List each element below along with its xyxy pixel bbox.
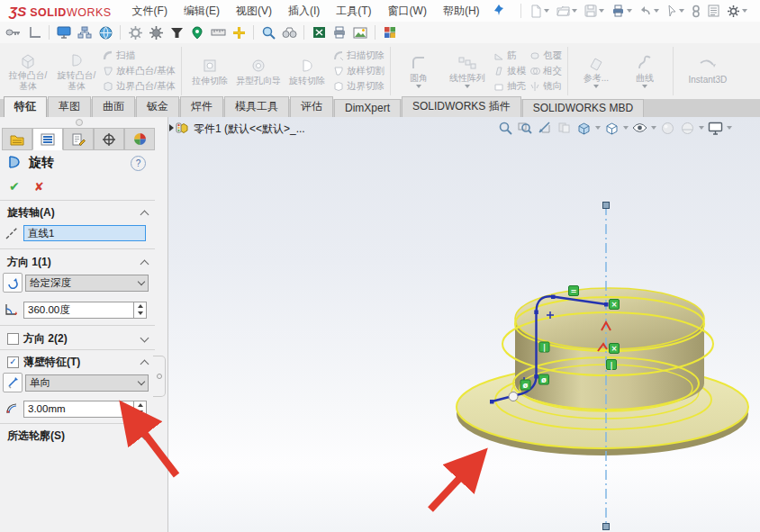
move-cross-icon[interactable]	[231, 24, 247, 41]
undo-icon[interactable]	[637, 5, 662, 18]
tab-dimxpert[interactable]: DimXpert	[334, 99, 401, 117]
reference-geometry-button[interactable]: 参考...	[574, 54, 619, 88]
open-icon[interactable]	[554, 4, 580, 18]
ok-button[interactable]: ✔	[9, 179, 20, 194]
export-excel-icon[interactable]	[311, 24, 327, 41]
dropdown-arrow[interactable]	[642, 85, 647, 88]
expand-icon[interactable]	[140, 333, 149, 342]
extruded-cut-button[interactable]: 拉伸切除	[187, 57, 232, 86]
windows-tile-icon[interactable]	[382, 24, 398, 41]
web-globe-icon[interactable]	[97, 24, 113, 41]
shell-button[interactable]: 抽壳	[493, 80, 526, 93]
extruded-boss-button[interactable]: 拉伸凸台/基体	[5, 51, 50, 91]
lofted-cut-button[interactable]: 放样切割	[333, 65, 385, 77]
revolved-boss-button[interactable]: 旋转凸台/基体	[54, 51, 99, 91]
tab-sw-mbd[interactable]: SOLIDWORKS MBD	[522, 99, 644, 117]
thin-type-dropdown[interactable]: 单向	[25, 374, 149, 392]
tab-mold-tools[interactable]: 模具工具	[224, 96, 289, 117]
axis-handle-bottom[interactable]	[603, 524, 610, 530]
intersect-button[interactable]: 相交	[529, 65, 562, 77]
options-gear-icon[interactable]	[724, 4, 750, 19]
graphics-viewport[interactable]: 零件1 (默认<<默认>_...	[168, 117, 760, 532]
model-canvas[interactable]: = × × | | ø ø	[168, 117, 760, 532]
pin-menu-icon[interactable]	[493, 4, 504, 19]
measure-ruler-icon[interactable]	[210, 24, 226, 41]
selected-contours-section-header[interactable]: 所选轮廓(S)	[0, 428, 155, 444]
wrap-button[interactable]: 包覆	[529, 50, 562, 62]
lofted-boss-button[interactable]: 放样凸台/基体	[103, 65, 176, 77]
panel-scroll-strip[interactable]	[155, 117, 168, 532]
image-capture-icon[interactable]	[352, 24, 368, 41]
spinner-buttons[interactable]	[133, 401, 146, 417]
menu-help[interactable]: 帮助(H)	[435, 4, 488, 19]
reverse-direction-icon[interactable]	[3, 273, 23, 293]
file-properties-icon[interactable]	[705, 4, 722, 18]
thickness-value[interactable]: 3.00mm	[24, 401, 133, 417]
dropdown-arrow[interactable]	[593, 85, 599, 88]
menu-view[interactable]: 视图(V)	[228, 4, 280, 19]
spinner-buttons[interactable]	[133, 302, 146, 318]
tab-sw-addins[interactable]: SOLIDWORKS 插件	[402, 96, 521, 117]
advanced-gear-icon[interactable]	[148, 24, 164, 41]
save-icon[interactable]	[582, 4, 607, 18]
configurationmanager-tab[interactable]	[63, 128, 94, 150]
angle-spinner[interactable]: 360.00度	[23, 302, 147, 319]
tab-evaluate[interactable]: 评估	[290, 96, 333, 117]
direction2-checkbox[interactable]	[7, 333, 19, 345]
zoom-magnifier-icon[interactable]	[260, 24, 276, 41]
axis-selection-field[interactable]: 直线1	[23, 225, 146, 241]
tab-features[interactable]: 特征	[4, 96, 47, 117]
expand-icon[interactable]	[140, 430, 149, 439]
panel-resize-handle[interactable]	[76, 119, 83, 126]
propertymanager-tab[interactable]	[32, 128, 63, 150]
direction2-section-header[interactable]: 方向 2(2)	[0, 330, 155, 347]
search-binoculars-icon[interactable]	[281, 24, 297, 41]
menu-insert[interactable]: 插入(I)	[280, 4, 328, 19]
dropdown-arrow[interactable]	[416, 85, 421, 88]
tab-surfaces[interactable]: 曲面	[92, 96, 135, 117]
boundary-boss-button[interactable]: 边界凸台/基体	[103, 80, 176, 93]
menu-edit[interactable]: 编辑(E)	[176, 4, 228, 19]
curves-button[interactable]: 曲线	[622, 54, 667, 88]
model-crown[interactable]	[502, 288, 713, 411]
filter-funnel-icon[interactable]	[168, 24, 185, 41]
tab-sketch[interactable]: 草图	[48, 96, 91, 117]
collapse-icon[interactable]	[140, 359, 149, 368]
menu-file[interactable]: 文件(F)	[124, 4, 176, 19]
tab-sheet-metal[interactable]: 钣金	[136, 96, 179, 117]
boundary-cut-button[interactable]: 边界切除	[333, 80, 385, 93]
swept-cut-button[interactable]: 扫描切除	[333, 50, 385, 62]
help-icon[interactable]: ?	[131, 156, 146, 171]
print-preview-icon[interactable]	[331, 24, 348, 41]
axis-section-header[interactable]: 旋转轴(A)	[0, 204, 155, 221]
thickness-spinner[interactable]: 3.00mm	[23, 401, 147, 418]
featuremanager-tab[interactable]	[2, 128, 32, 150]
panel-flyout-tab[interactable]	[153, 356, 166, 397]
displaymanager-tab[interactable]	[124, 128, 155, 150]
fastener-icon[interactable]	[5, 24, 22, 41]
rebuild-icon[interactable]	[689, 4, 703, 19]
dimxpertmanager-tab[interactable]	[94, 128, 124, 150]
rib-button[interactable]: 筋	[493, 50, 526, 62]
draft-button[interactable]: 拔模	[493, 65, 526, 77]
linear-pattern-button[interactable]: 线性阵列	[445, 54, 490, 88]
angle-value[interactable]: 360.00度	[24, 302, 133, 318]
axis-handle-top[interactable]	[603, 203, 610, 209]
location-pin-icon[interactable]	[189, 24, 205, 41]
revolved-cut-button[interactable]: 旋转切除	[285, 57, 330, 86]
instant3d-button[interactable]: Instant3D	[679, 58, 737, 86]
hole-wizard-button[interactable]: 异型孔向导	[236, 57, 281, 86]
gear-icon[interactable]	[127, 24, 143, 41]
direction1-section-header[interactable]: 方向 1(1)	[0, 254, 155, 270]
cancel-button[interactable]: ✘	[34, 180, 44, 194]
thin-feature-checkbox[interactable]: ✓	[7, 356, 19, 368]
menu-tools[interactable]: 工具(T)	[328, 4, 379, 19]
corner-sketch-icon[interactable]	[26, 24, 42, 41]
assembly-tree-icon[interactable]	[77, 24, 93, 41]
print-icon[interactable]	[609, 4, 635, 18]
display-screen-icon[interactable]	[56, 24, 72, 41]
new-document-icon[interactable]	[527, 4, 552, 19]
dropdown-arrow[interactable]	[465, 85, 470, 88]
mirror-button[interactable]: 镜向	[529, 80, 562, 93]
collapse-icon[interactable]	[140, 259, 149, 268]
